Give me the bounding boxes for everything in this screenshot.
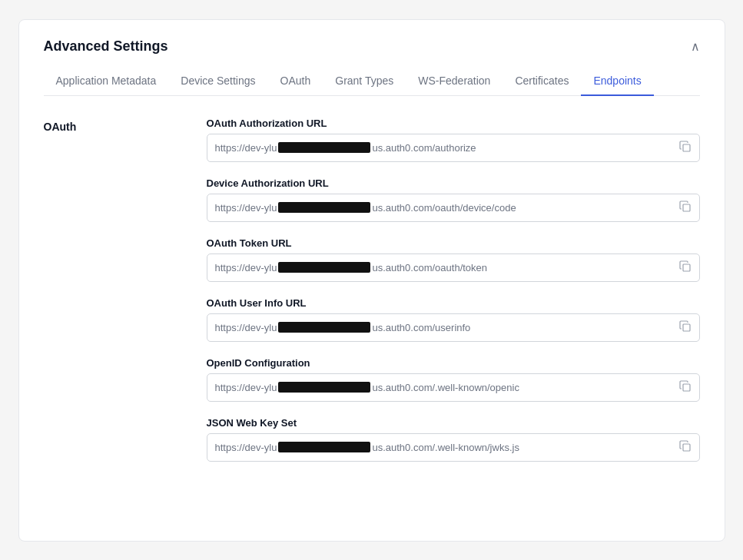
svg-rect-1	[683, 204, 690, 211]
url-redacted-oauth-user-info-url	[278, 322, 370, 333]
field-url-device-authorization-url: https://dev-yluus.auth0.com/oauth/device…	[215, 202, 673, 214]
fields-container: OAuth Authorization URLhttps://dev-yluus…	[207, 118, 700, 462]
field-input-wrapper-oauth-token-url: https://dev-yluus.auth0.com/oauth/token	[207, 253, 700, 282]
url-redacted-json-web-key-set	[278, 442, 370, 452]
field-url-oauth-token-url: https://dev-yluus.auth0.com/oauth/token	[215, 262, 673, 273]
url-suffix-device-authorization-url: us.auth0.com/oauth/device/code	[372, 202, 516, 214]
url-prefix-device-authorization-url: https://dev-ylu	[215, 202, 277, 214]
field-label-device-authorization-url: Device Authorization URL	[207, 177, 700, 189]
copy-button-oauth-token-url[interactable]	[679, 260, 692, 275]
url-redacted-device-authorization-url	[278, 202, 370, 213]
svg-rect-0	[683, 144, 690, 151]
field-url-oauth-user-info-url: https://dev-yluus.auth0.com/userinfo	[215, 322, 673, 333]
field-url-json-web-key-set: https://dev-yluus.auth0.com/.well-known/…	[215, 442, 673, 453]
tab-oauth[interactable]: OAuth	[268, 67, 323, 96]
tab-device-settings[interactable]: Device Settings	[168, 67, 267, 96]
url-redacted-openid-configuration	[278, 382, 370, 393]
field-input-wrapper-device-authorization-url: https://dev-yluus.auth0.com/oauth/device…	[207, 194, 700, 222]
card-header: Advanced Settings ∧	[44, 38, 700, 55]
svg-rect-5	[683, 444, 690, 451]
url-suffix-oauth-token-url: us.auth0.com/oauth/token	[372, 262, 487, 273]
field-group-openid-configuration: OpenID Configurationhttps://dev-yluus.au…	[207, 357, 700, 402]
url-redacted-oauth-authorization-url	[278, 142, 370, 153]
field-label-openid-configuration: OpenID Configuration	[207, 357, 700, 369]
copy-button-oauth-user-info-url[interactable]	[679, 320, 692, 335]
field-group-oauth-token-url: OAuth Token URLhttps://dev-yluus.auth0.c…	[207, 237, 700, 282]
svg-rect-3	[683, 324, 690, 331]
tab-endpoints[interactable]: Endpoints	[581, 67, 653, 96]
field-group-device-authorization-url: Device Authorization URLhttps://dev-yluu…	[207, 177, 700, 222]
url-prefix-oauth-token-url: https://dev-ylu	[215, 262, 277, 273]
field-label-oauth-user-info-url: OAuth User Info URL	[207, 297, 700, 309]
field-label-oauth-token-url: OAuth Token URL	[207, 237, 700, 249]
card-title: Advanced Settings	[44, 38, 168, 55]
copy-button-oauth-authorization-url[interactable]	[679, 141, 692, 155]
field-label-json-web-key-set: JSON Web Key Set	[207, 417, 700, 429]
content-area: OAuth OAuth Authorization URLhttps://dev…	[44, 118, 700, 462]
tab-grant-types[interactable]: Grant Types	[323, 67, 406, 96]
copy-button-openid-configuration[interactable]	[679, 380, 692, 395]
field-input-wrapper-openid-configuration: https://dev-yluus.auth0.com/.well-known/…	[207, 373, 700, 402]
copy-button-device-authorization-url[interactable]	[679, 200, 692, 215]
field-label-oauth-authorization-url: OAuth Authorization URL	[207, 118, 700, 129]
url-suffix-openid-configuration: us.auth0.com/.well-known/openic	[372, 382, 519, 393]
copy-button-json-web-key-set[interactable]	[679, 440, 692, 455]
field-input-wrapper-oauth-user-info-url: https://dev-yluus.auth0.com/userinfo	[207, 313, 700, 342]
url-prefix-openid-configuration: https://dev-ylu	[215, 382, 277, 393]
tab-certificates[interactable]: Certificates	[503, 67, 581, 96]
tabs-nav: Application MetadataDevice SettingsOAuth…	[44, 67, 700, 96]
url-prefix-oauth-user-info-url: https://dev-ylu	[215, 322, 277, 333]
field-group-oauth-user-info-url: OAuth User Info URLhttps://dev-yluus.aut…	[207, 297, 700, 342]
field-group-json-web-key-set: JSON Web Key Sethttps://dev-yluus.auth0.…	[207, 417, 700, 462]
url-redacted-oauth-token-url	[278, 262, 370, 273]
tab-application-metadata[interactable]: Application Metadata	[44, 67, 169, 96]
url-prefix-json-web-key-set: https://dev-ylu	[215, 442, 277, 453]
field-url-oauth-authorization-url: https://dev-yluus.auth0.com/authorize	[215, 142, 673, 154]
tab-ws-federation[interactable]: WS-Federation	[406, 67, 503, 96]
field-url-openid-configuration: https://dev-yluus.auth0.com/.well-known/…	[215, 382, 673, 393]
settings-card: Advanced Settings ∧ Application Metadata…	[18, 19, 725, 542]
url-suffix-json-web-key-set: us.auth0.com/.well-known/jwks.js	[372, 442, 519, 453]
url-suffix-oauth-user-info-url: us.auth0.com/userinfo	[372, 322, 470, 333]
url-suffix-oauth-authorization-url: us.auth0.com/authorize	[372, 142, 476, 154]
field-group-oauth-authorization-url: OAuth Authorization URLhttps://dev-yluus…	[207, 118, 700, 162]
collapse-icon[interactable]: ∧	[691, 39, 700, 54]
section-label: OAuth	[44, 118, 182, 462]
svg-rect-2	[683, 264, 690, 271]
svg-rect-4	[683, 384, 690, 391]
field-input-wrapper-json-web-key-set: https://dev-yluus.auth0.com/.well-known/…	[207, 433, 700, 462]
url-prefix-oauth-authorization-url: https://dev-ylu	[215, 142, 277, 154]
field-input-wrapper-oauth-authorization-url: https://dev-yluus.auth0.com/authorize	[207, 134, 700, 162]
